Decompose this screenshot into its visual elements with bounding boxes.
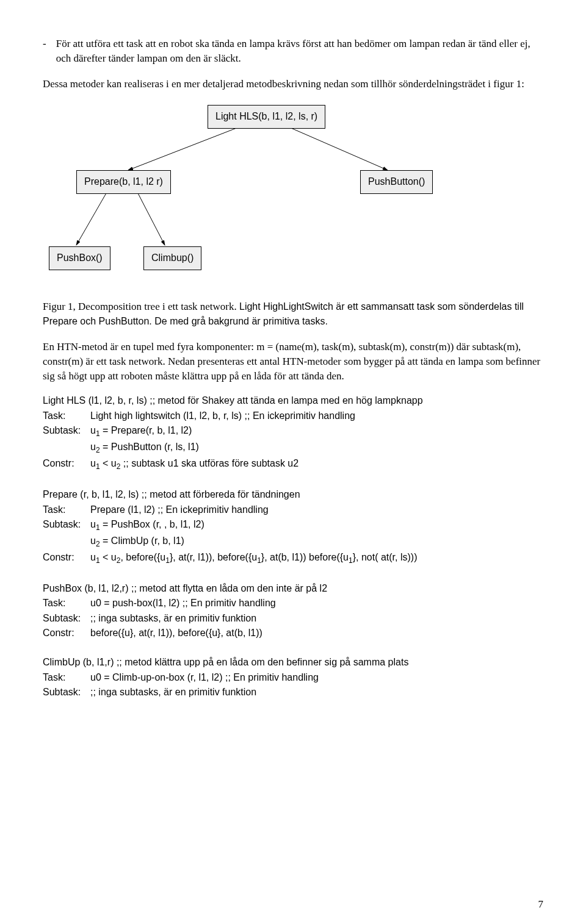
subtask-value: u1 = Prepare(r, b, l1, l2) [90,424,543,439]
method-task-row: Task: Light high lightswitch (l1, l2, b,… [43,409,543,423]
method-task-row: Task: Prepare (l1, l2) ;; En ickeprimiti… [43,503,543,517]
htn-paragraph: En HTN-metod är en tupel med fyra kompon… [43,340,543,383]
method-task-row: Task: u0 = push-box(l1, l2) ;; En primit… [43,596,543,610]
label-subtask: Subtask: [43,612,90,625]
method-subtask-row-2: u2 = PushButton (r, ls, l1) [43,440,543,456]
subtask-value: u2 = ClimbUp (r, b, l1) [90,534,543,550]
label-subtask: Subtask: [43,518,90,533]
constr-value: u1 < u2, before({u1}, at(r, l1)), before… [90,551,543,566]
method-title: PushBox (b, l1, l2,r) ;; metod att flytt… [43,582,543,595]
decomposition-tree-diagram: Light HLS(b, l1, l2, ls, r) Prepare(b, l… [43,102,543,285]
node-prepare: Prepare(b, l1, l2 r) [76,170,171,193]
method-climbup: ClimbUp (b, l1,r) ;; metod klättra upp p… [43,656,543,699]
method-pushbox: PushBox (b, l1, l2,r) ;; metod att flytt… [43,582,543,640]
label-blank [43,534,90,550]
label-subtask: Subtask: [43,424,90,439]
bullet-text: För att utföra ett task att en robot ska… [56,37,543,66]
sub-2: 2 [96,540,100,548]
sub-1: 1 [257,556,261,565]
label-constr: Constr: [43,457,90,472]
u-text: u [90,458,96,468]
label-task: Task: [43,503,90,517]
c-1: , before({u [120,552,165,562]
method-constr-row: Constr: before({u}, at(r, l1)), before({… [43,626,543,640]
u-text: u [90,425,96,435]
u-text: u [90,442,96,452]
label-blank [43,440,90,456]
c-3: }, at(b, l1)) before({u [261,552,349,562]
sub-1: 1 [96,429,100,438]
label-constr: Constr: [43,551,90,566]
figure-caption: Figur 1, Decomposition tree i ett task n… [43,299,543,329]
label-task: Task: [43,671,90,684]
subtask-value: ;; inga subtasks, är en primitiv funktio… [90,612,543,625]
method-title: Light HLS (l1, l2, b, r, ls) ;; metod fö… [43,394,543,407]
lt-text: < u [100,552,117,562]
method-subtask-row: Subtask: ;; inga subtasks, är en primiti… [43,686,543,699]
u-text: u [90,519,96,529]
node-pushbox: PushBox() [49,246,110,270]
method-subtask-row-2: u2 = ClimbUp (r, b, l1) [43,534,543,550]
bullet-dash: - [43,37,46,66]
constr-value: u1 < u2 ;; subtask u1 ska utföras före s… [90,457,543,472]
sub-rest: = PushButton (r, ls, l1) [100,442,199,452]
subtask-value: u1 = PushBox (r, , b, l1, l2) [90,518,543,533]
method-task-row: Task: u0 = Climb-up-on-box (r, l1, l2) ;… [43,671,543,684]
method-title: Prepare (r, b, l1, l2, ls) ;; metod att … [43,488,543,501]
subtask-value: u2 = PushButton (r, ls, l1) [90,440,543,456]
lt-text: < u [100,458,117,468]
sub-1: 1 [349,556,353,565]
c-4: }, not( at(r, ls))) [353,552,418,562]
task-value: Light high lightswitch (l1, l2, b, r, ls… [90,409,543,423]
svg-line-1 [287,126,388,170]
label-task: Task: [43,596,90,610]
svg-line-2 [76,192,107,245]
intro-paragraph: Dessa metoder kan realiseras i en mer de… [43,77,543,91]
svg-line-0 [128,126,241,170]
task-value: u0 = Climb-up-on-box (r, l1, l2) ;; En p… [90,671,543,684]
sub-1: 1 [96,523,100,532]
method-constr-row: Constr: u1 < u2 ;; subtask u1 ska utföra… [43,457,543,472]
method-prepare: Prepare (r, b, l1, l2, ls) ;; metod att … [43,488,543,566]
label-constr: Constr: [43,626,90,640]
node-pushbutton: PushButton() [360,170,433,193]
method-subtask-row: Subtask: ;; inga subtasks, är en primiti… [43,612,543,625]
task-value: Prepare (l1, l2) ;; En ickeprimitiv hand… [90,503,543,517]
constr-rest: ;; subtask u1 ska utföras före subtask u… [120,458,298,468]
u-text: u [90,552,96,562]
label-task: Task: [43,409,90,423]
sub-2: 2 [96,446,100,454]
figure-caption-prefix: Figur 1, Decomposition tree i ett task n… [43,301,239,312]
bullet-paragraph: - För att utföra ett task att en robot s… [43,37,543,66]
constr-value: before({u}, at(r, l1)), before({u}, at(b… [90,626,543,640]
method-title: ClimbUp (b, l1,r) ;; metod klättra upp p… [43,656,543,669]
sub-rest: = PushBox (r, , b, l1, l2) [100,519,204,529]
u-text: u [90,535,96,546]
subtask-value: ;; inga subtasks, är en primitiv funktio… [90,686,543,699]
node-climbup: Climbup() [143,246,201,270]
sub-1: 1 [96,462,100,471]
sub-1: 1 [165,556,170,565]
method-subtask-row: Subtask: u1 = PushBox (r, , b, l1, l2) [43,518,543,533]
c-2: }, at(r, l1)), before({u [170,552,257,562]
label-subtask: Subtask: [43,686,90,699]
method-light-hls: Light HLS (l1, l2, b, r, ls) ;; metod fö… [43,394,543,472]
method-subtask-row: Subtask: u1 = Prepare(r, b, l1, l2) [43,424,543,439]
method-constr-row: Constr: u1 < u2, before({u1}, at(r, l1))… [43,551,543,566]
sub-1: 1 [96,556,100,565]
sub-rest: = ClimbUp (r, b, l1) [100,535,184,546]
sub-rest: = Prepare(r, b, l1, l2) [100,425,192,435]
task-value: u0 = push-box(l1, l2) ;; En primitiv han… [90,596,543,610]
svg-line-3 [137,192,165,245]
node-root: Light HLS(b, l1, l2, ls, r) [208,105,325,128]
